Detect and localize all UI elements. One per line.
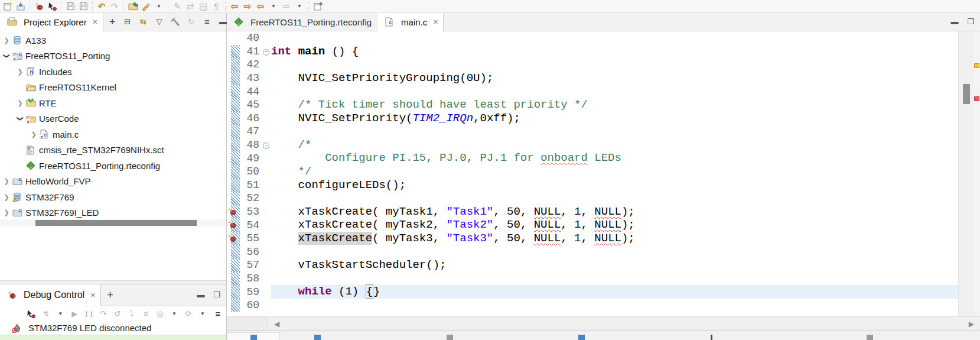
dropdown[interactable]: ▼: [198, 309, 207, 319]
new-wizard-icon[interactable]: [2, 1, 14, 12]
close-icon[interactable]: ×: [433, 17, 438, 27]
minimize-icon[interactable]: ▬: [949, 16, 961, 28]
code-line-59[interactable]: 59 while (1) {}: [227, 285, 965, 299]
code-line-43[interactable]: 43 NVIC_SetPriorityGrouping(0U);: [227, 72, 965, 85]
project-explorer-hscrollbar[interactable]: [0, 219, 226, 226]
code-line-46[interactable]: 46 NVIC_SetPriority(TIM2_IRQn,0xff);: [227, 112, 965, 125]
scroll-left-icon[interactable]: ◀: [268, 320, 285, 328]
fold-collapse-icon[interactable]: −: [261, 140, 271, 150]
code-line-54[interactable]: 54 xTaskCreate( myTask2, "Task2", 50, NU…: [227, 218, 965, 232]
pick-target-icon[interactable]: [46, 1, 58, 12]
run-control-icon[interactable]: ◎: [155, 309, 165, 319]
new-editor-icon[interactable]: [312, 1, 324, 12]
changed-line-indicator[interactable]: [231, 258, 240, 272]
chevron-right-icon[interactable]: ❯: [2, 193, 11, 201]
changed-line-indicator[interactable]: [231, 72, 240, 85]
dropdown[interactable]: ▼: [268, 1, 279, 12]
view-menu-icon[interactable]: ≡: [201, 16, 213, 28]
reset-icon[interactable]: ⟳: [184, 309, 193, 319]
fold-collapse-icon[interactable]: −: [261, 46, 271, 57]
code-line-41[interactable]: 41−int main () {: [227, 45, 965, 59]
chevron-down-icon[interactable]: ❯: [17, 115, 24, 123]
minimize-icon[interactable]: ▬: [195, 289, 207, 301]
code-editor[interactable]: 4041−int main () {4243 NVIC_SetPriorityG…: [227, 31, 965, 316]
bottom-tab-icon[interactable]: [250, 335, 257, 340]
tree-item-usercode[interactable]: ❯xUserCode: [0, 111, 226, 127]
changed-line-indicator[interactable]: [231, 245, 240, 259]
chevron-right-icon[interactable]: ❯: [2, 37, 11, 44]
changed-line-indicator[interactable]: [231, 45, 240, 59]
changed-line-indicator[interactable]: [231, 58, 240, 72]
code-line-55[interactable]: 55 xTaskCreate( myTask3, "Task3", 50, NU…: [227, 232, 965, 245]
bottom-tab-icon[interactable]: [578, 335, 585, 340]
open-element-icon[interactable]: [127, 1, 139, 12]
code-line-48[interactable]: 48− /*: [227, 138, 965, 152]
code-line-49[interactable]: 49 Configure PI.15, PJ.0, PJ.1 for onboa…: [227, 151, 965, 165]
last-edit-back-icon[interactable]: ⇦: [229, 1, 240, 12]
warning-marker[interactable]: [974, 63, 979, 68]
changed-line-indicator[interactable]: [231, 165, 240, 179]
changed-line-indicator[interactable]: [231, 205, 240, 219]
code-line-51[interactable]: 51 configureLEDs();: [227, 179, 965, 192]
show-whitespace-icon[interactable]: ¶: [210, 1, 222, 12]
changed-line-indicator[interactable]: [231, 232, 240, 245]
forward-icon[interactable]: ⇨: [281, 1, 292, 12]
code-line-58[interactable]: 58: [227, 272, 965, 286]
dropdown[interactable]: ▼: [56, 309, 65, 319]
back-icon[interactable]: ⇦: [255, 1, 266, 12]
changed-line-indicator[interactable]: [231, 218, 240, 232]
vscrollbar-thumb[interactable]: [963, 84, 970, 104]
outline-icon[interactable]: ▤: [197, 1, 209, 12]
bottom-tab-icon[interactable]: [314, 335, 321, 340]
code-line-56[interactable]: 56: [227, 245, 965, 259]
pick-target-icon[interactable]: [25, 308, 37, 320]
editor-vscrollbar[interactable]: [958, 31, 974, 316]
editor-hscrollbar[interactable]: ◀ ▶: [227, 316, 980, 331]
tab-rteconfig[interactable]: FreeRTOS11_Porting.rteconfig: [227, 13, 377, 31]
tree-item-a133[interactable]: ❯A133: [0, 33, 226, 48]
changed-line-indicator[interactable]: [231, 138, 240, 152]
code-line-40[interactable]: 40: [227, 31, 965, 45]
close-icon[interactable]: ×: [93, 17, 97, 27]
chevron-right-icon[interactable]: ❯: [30, 131, 38, 138]
step-into-icon[interactable]: ⤵: [127, 309, 136, 319]
tree-item-cmsis-rte-stm32f769nihx-sct[interactable]: cmsis_rte_STM32F769NIHx.sct: [0, 143, 226, 158]
hscrollbar-thumb[interactable]: [35, 220, 197, 226]
step-return-icon[interactable]: ↺: [113, 309, 122, 319]
chevron-right-icon[interactable]: ❯: [2, 209, 11, 216]
changed-line-indicator[interactable]: [231, 192, 240, 205]
gutter-annotation[interactable]: [231, 31, 240, 45]
code-line-57[interactable]: 57 vTaskStartScheduler();: [227, 258, 965, 272]
chevron-down-icon[interactable]: ❯: [3, 52, 11, 60]
save-all-icon[interactable]: [77, 1, 89, 12]
collapse-all-icon[interactable]: ⊟: [121, 16, 133, 28]
changed-line-indicator[interactable]: [231, 299, 240, 312]
code-line-44[interactable]: 44: [227, 85, 965, 98]
link-with-editor-icon[interactable]: ⇆: [137, 16, 149, 28]
view-menu-icon[interactable]: ≡: [212, 308, 224, 320]
redo-icon[interactable]: ↷: [109, 1, 121, 12]
dropdown[interactable]: ▼: [170, 309, 179, 319]
code-line-45[interactable]: 45 /* Tick timer should have least prior…: [227, 98, 965, 112]
changed-line-indicator[interactable]: [231, 112, 240, 125]
build-icon[interactable]: 🔨: [169, 16, 181, 28]
changed-line-indicator[interactable]: [231, 285, 240, 299]
filter-icon[interactable]: ▽: [153, 16, 165, 28]
chevron-right-icon[interactable]: ❯: [16, 68, 24, 76]
pencil-icon[interactable]: ✎: [171, 1, 183, 12]
code-line-53[interactable]: 53 xTaskCreate( myTask1, "Task1", 50, NU…: [227, 205, 965, 219]
code-line-42[interactable]: 42: [227, 58, 965, 72]
chevron-right-icon[interactable]: ❯: [2, 177, 11, 185]
suspend-icon[interactable]: ❙❙: [84, 309, 94, 319]
changed-line-indicator[interactable]: [231, 125, 240, 138]
new-view-button[interactable]: +: [101, 284, 119, 306]
step-instruction-icon[interactable]: si: [141, 309, 151, 319]
changed-line-indicator[interactable]: [231, 85, 240, 98]
tree-item-stm32f769[interactable]: ❯!STM32F769: [0, 189, 226, 205]
chevron-right-icon[interactable]: ❯: [16, 99, 24, 107]
tree-item-freertos11-porting-rteconfig[interactable]: FreeRTOS11_Porting.rteconfig: [0, 158, 226, 174]
tab-project-explorer[interactable]: Project Explorer ×: [0, 13, 103, 31]
save-icon[interactable]: [64, 1, 76, 12]
last-edit-forward-icon[interactable]: ⇨: [242, 1, 253, 12]
code-line-50[interactable]: 50 */: [227, 165, 965, 179]
